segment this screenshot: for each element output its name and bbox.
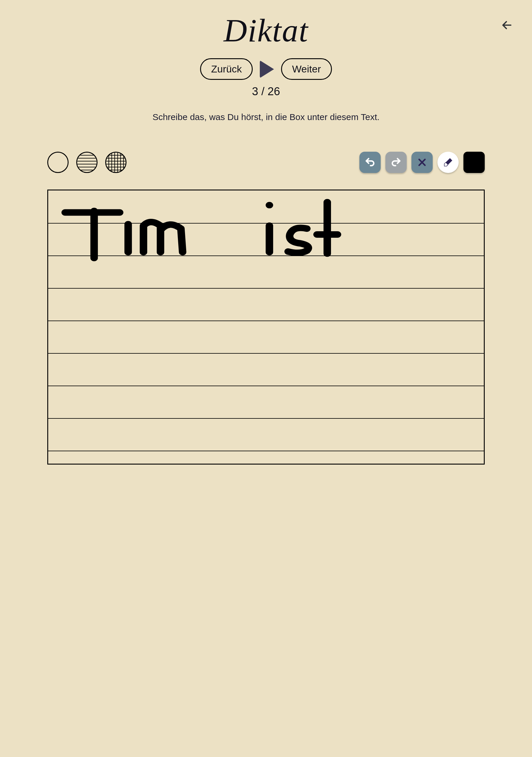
rule-line xyxy=(48,451,484,451)
rule-line xyxy=(48,418,484,419)
rule-line xyxy=(48,256,484,256)
line-style-group xyxy=(47,152,127,173)
line-style-grid[interactable] xyxy=(105,152,127,173)
eraser-button[interactable] xyxy=(437,152,459,173)
play-icon xyxy=(260,60,274,78)
instruction-text: Schreibe das, was Du hörst, in die Box u… xyxy=(0,112,532,122)
play-button[interactable] xyxy=(258,60,276,78)
prev-button[interactable]: Zurück xyxy=(200,58,253,80)
line-style-ruled[interactable] xyxy=(76,152,98,173)
draw-tool-group xyxy=(359,152,485,173)
rule-line xyxy=(48,320,484,321)
audio-nav-controls: Zurück Weiter xyxy=(0,58,532,80)
undo-button[interactable] xyxy=(359,152,381,173)
rule-line xyxy=(48,288,484,288)
color-swatch[interactable] xyxy=(463,152,485,173)
redo-icon xyxy=(390,157,402,168)
progress-counter: 3 / 26 xyxy=(0,85,532,98)
undo-icon xyxy=(365,157,376,168)
writing-canvas[interactable] xyxy=(47,190,485,465)
rule-line xyxy=(48,223,484,224)
next-button[interactable]: Weiter xyxy=(281,58,332,80)
rule-line xyxy=(48,353,484,354)
drawing-toolbar xyxy=(0,152,532,173)
eraser-icon xyxy=(442,157,454,168)
redo-button[interactable] xyxy=(385,152,407,173)
handwriting-strokes xyxy=(48,191,484,464)
rule-line xyxy=(48,386,484,386)
arrow-left-icon xyxy=(501,19,513,31)
back-arrow-button[interactable] xyxy=(498,16,516,34)
clear-button[interactable] xyxy=(411,152,433,173)
line-style-blank[interactable] xyxy=(47,152,69,173)
close-icon xyxy=(417,157,427,167)
page-title: Diktat xyxy=(0,12,532,49)
svg-point-3 xyxy=(266,202,273,208)
app-root: Diktat Zurück Weiter 3 / 26 Schreibe das… xyxy=(0,0,532,757)
